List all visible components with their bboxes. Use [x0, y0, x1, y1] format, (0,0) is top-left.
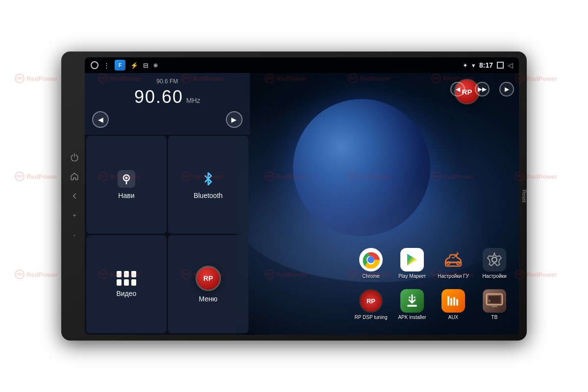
radio-prev-button[interactable]: ◀ — [92, 111, 109, 128]
car-settings-app[interactable]: Настройки ГУ — [434, 240, 473, 279]
volume-down-button[interactable]: - — [69, 230, 80, 241]
status-bar: ⋮ F ⚡ ⊟ ⊕ ✦ ▾ 8:17 ◁ — [85, 57, 519, 73]
volume-up-button[interactable]: + — [69, 210, 80, 221]
svg-rect-26 — [489, 296, 500, 303]
svg-rect-6 — [117, 279, 122, 286]
radio-frequency: 90.60 — [134, 87, 183, 107]
svg-rect-4 — [124, 271, 129, 277]
apk-installer-icon — [400, 289, 424, 313]
svg-rect-18 — [407, 305, 417, 307]
aux-app[interactable]: AUX — [434, 281, 473, 320]
radio-right-ff[interactable]: ▶▶ — [475, 82, 490, 97]
radio-unit: MHz — [186, 97, 200, 104]
playstore-icon — [400, 248, 424, 271]
play-market-app[interactable]: Play Маркет — [392, 240, 432, 279]
file-manager-icon[interactable]: F — [115, 60, 125, 71]
radio-freq-label: 90.6 FM — [92, 78, 243, 85]
settings-label: Настройки — [482, 273, 506, 279]
reset-button[interactable]: Reset — [520, 187, 528, 205]
settings-app[interactable]: Настройки — [475, 240, 514, 279]
apk-installer-app[interactable]: APK installer — [392, 281, 432, 320]
tv-label: ТВ — [491, 315, 498, 320]
tv-app[interactable]: ТВ — [475, 281, 514, 320]
status-time: 8:17 — [479, 61, 493, 69]
bluetooth-tile[interactable]: Bluetooth — [168, 136, 248, 234]
video-tile[interactable]: Видео — [86, 235, 167, 333]
rp-dsp-label: RP DSP tuning — [355, 315, 388, 320]
bluetooth-label: Bluetooth — [194, 192, 222, 199]
status-circle-icon — [91, 61, 98, 69]
usb-icon: ⚡ — [130, 62, 138, 69]
car-settings-label: Настройки ГУ — [438, 273, 469, 279]
svg-point-2 — [125, 177, 127, 179]
device-shell: + - ⋮ F ⚡ ⊟ ⊕ ✦ ▾ 8:17 ◁ — [61, 51, 527, 341]
menu-label: Меню — [199, 295, 218, 303]
svg-point-19 — [409, 296, 411, 298]
svg-rect-8 — [131, 279, 136, 286]
apk-label: APK installer — [398, 315, 426, 320]
svg-point-28 — [489, 300, 490, 302]
chrome-app[interactable]: Chrome — [351, 240, 391, 279]
svg-point-17 — [492, 257, 497, 262]
svg-point-20 — [414, 296, 416, 298]
app-icons-grid: Chrome — [351, 240, 514, 320]
main-screen: ⋮ F ⚡ ⊟ ⊕ ✦ ▾ 8:17 ◁ — [85, 57, 519, 335]
rp-dsp-app[interactable]: RP RP DSP tuning — [351, 281, 391, 320]
video-label: Видео — [116, 290, 136, 297]
rp-menu-button[interactable]: RP — [196, 266, 221, 291]
power-button[interactable] — [69, 151, 80, 162]
app-grid: Нави Bluetooth — [85, 134, 250, 335]
chrome-label: Chrome — [362, 273, 380, 279]
navi-label: Нави — [118, 192, 134, 199]
tv-icon — [483, 289, 506, 313]
svg-rect-24 — [456, 299, 458, 306]
aux-icon — [441, 289, 465, 313]
main-content: 90.6 FM 90.60 MHz ◀ ▶ — [85, 73, 519, 335]
back-button[interactable] — [69, 191, 80, 201]
back-nav-icon[interactable]: ◁ — [508, 61, 513, 69]
shield-icon: ⊕ — [153, 62, 158, 69]
car-settings-icon — [441, 248, 465, 271]
bluetooth-status-icon: ✦ — [463, 62, 468, 69]
radio-right-prev[interactable]: ◀ — [450, 82, 465, 97]
dots-menu-icon[interactable]: ⋮ — [103, 62, 110, 69]
svg-rect-3 — [117, 271, 122, 277]
wifi-status-icon: ▾ — [472, 62, 475, 69]
aux-label: AUX — [448, 315, 459, 320]
radio-next-button[interactable]: ▶ — [226, 111, 243, 128]
chrome-icon — [359, 248, 383, 271]
recents-button[interactable] — [497, 62, 504, 69]
svg-rect-13 — [441, 248, 465, 271]
navi-tile[interactable]: Нави — [86, 136, 167, 234]
gear-settings-icon — [483, 248, 506, 271]
radio-right-controls: ◀ ▶▶ ▶ — [450, 82, 514, 97]
rp-dsp-icon: RP — [359, 289, 383, 313]
screenshot-icon: ⊟ — [143, 62, 148, 69]
side-buttons: + - — [69, 147, 80, 245]
home-button[interactable] — [69, 171, 80, 182]
play-market-label: Play Маркет — [398, 273, 426, 279]
svg-rect-5 — [131, 271, 136, 277]
svg-rect-7 — [124, 279, 129, 286]
svg-rect-27 — [491, 306, 497, 307]
left-panel: 90.6 FM 90.60 MHz ◀ ▶ — [85, 73, 250, 335]
svg-point-11 — [368, 257, 373, 262]
menu-tile[interactable]: RP Меню — [168, 235, 248, 333]
radio-section: 90.6 FM 90.60 MHz ◀ ▶ — [85, 73, 250, 134]
svg-rect-22 — [450, 298, 452, 306]
svg-rect-23 — [453, 297, 455, 306]
radio-right-next[interactable]: ▶ — [499, 82, 514, 97]
svg-rect-21 — [447, 296, 449, 306]
